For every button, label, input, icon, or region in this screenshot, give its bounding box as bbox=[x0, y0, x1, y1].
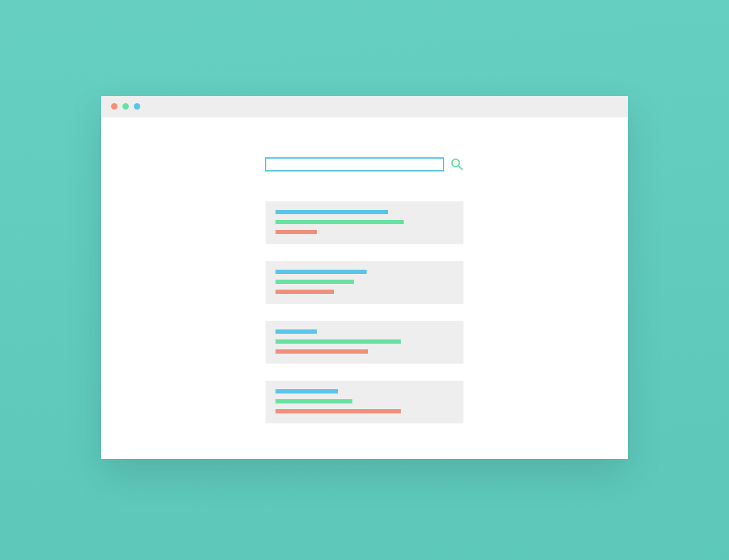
search-result[interactable] bbox=[266, 381, 463, 423]
minimize-window-button[interactable] bbox=[122, 103, 129, 110]
search-icon[interactable] bbox=[450, 157, 464, 171]
browser-window bbox=[101, 96, 628, 459]
search-bar bbox=[265, 157, 464, 171]
result-title-bar bbox=[276, 329, 317, 334]
result-title-bar bbox=[276, 270, 367, 274]
window-titlebar bbox=[101, 96, 628, 117]
result-snippet-bar bbox=[276, 230, 317, 234]
result-snippet-bar bbox=[276, 409, 401, 413]
search-result[interactable] bbox=[266, 201, 463, 244]
result-url-bar bbox=[276, 280, 354, 284]
result-snippet-bar bbox=[276, 349, 368, 354]
svg-line-1 bbox=[458, 166, 462, 169]
page-content bbox=[101, 117, 628, 459]
search-input[interactable] bbox=[265, 157, 444, 171]
search-result[interactable] bbox=[266, 261, 463, 304]
result-url-bar bbox=[276, 399, 352, 403]
maximize-window-button[interactable] bbox=[134, 103, 140, 110]
search-result[interactable] bbox=[266, 321, 463, 364]
result-title-bar bbox=[276, 389, 338, 393]
result-title-bar bbox=[276, 210, 388, 214]
result-url-bar bbox=[276, 339, 401, 344]
result-snippet-bar bbox=[276, 290, 334, 294]
search-results-list bbox=[266, 201, 463, 423]
result-url-bar bbox=[276, 220, 404, 224]
close-window-button[interactable] bbox=[111, 103, 117, 110]
